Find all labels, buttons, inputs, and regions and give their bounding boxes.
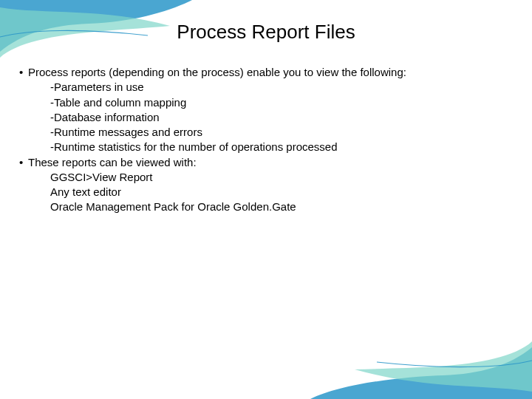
- sub-item: GGSCI>View Report: [50, 170, 522, 185]
- slide-title: Process Report Files: [0, 21, 532, 44]
- sub-item: Oracle Management Pack for Oracle Golden…: [50, 200, 522, 214]
- bullet-marker: •: [19, 155, 28, 170]
- sub-item: -Runtime statistics for the number of op…: [50, 140, 522, 154]
- bullet-text: These reports can be viewed with:: [28, 155, 522, 170]
- bullet-text: Process reports (depending on the proces…: [28, 65, 522, 80]
- sub-item: -Runtime messages and errors: [50, 125, 522, 140]
- bullet-item: • Process reports (depending on the proc…: [19, 65, 522, 80]
- bullet-item: • These reports can be viewed with:: [19, 155, 522, 170]
- wave-bottom-icon: [310, 325, 532, 399]
- slide-body: • Process reports (depending on the proc…: [19, 65, 522, 215]
- sub-item: -Table and column mapping: [50, 95, 522, 110]
- sub-item: -Parameters in use: [50, 80, 522, 95]
- sub-item: Any text editor: [50, 185, 522, 200]
- sub-item: -Database information: [50, 110, 522, 125]
- bullet-marker: •: [19, 65, 28, 80]
